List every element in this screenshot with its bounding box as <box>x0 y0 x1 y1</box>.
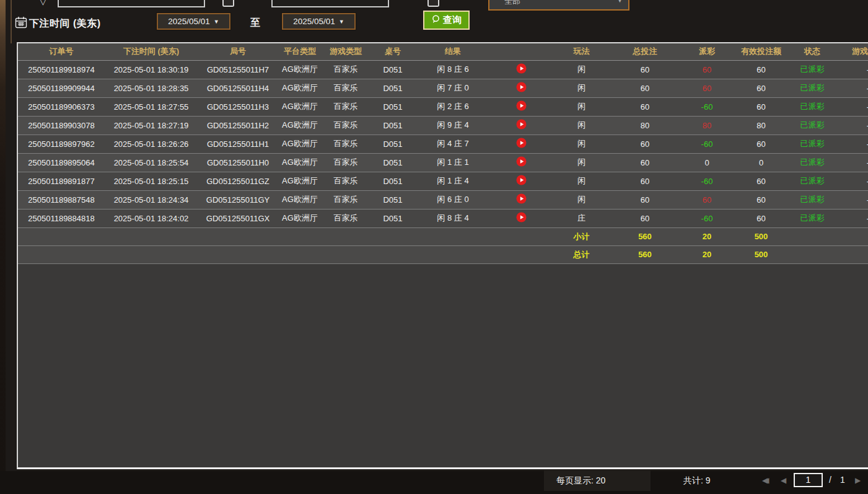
column-header-orderid: 订单号 <box>18 43 105 60</box>
empty-cell <box>198 227 278 245</box>
filter-bar: 下注时间 (美东) 2025/05/01 ▼ 至 2025/05/01 ▼ 查询 <box>0 9 868 33</box>
table-row: 2505011899099442025-05-01 18:28:35GD0512… <box>18 79 868 97</box>
cell-round_id: GD051255011GZ <box>198 172 278 190</box>
play-video-button[interactable] <box>490 190 552 209</box>
cell-order_id: 250501189895064 <box>18 153 105 172</box>
play-video-button[interactable] <box>490 60 552 79</box>
empty-cell <box>787 227 837 245</box>
cell-valid_bet: 60 <box>735 135 787 153</box>
cell-platform: AG欧洲厅 <box>278 153 322 172</box>
cell-result: 闲 4 庄 7 <box>416 135 490 153</box>
cell-result: 闲 8 庄 4 <box>416 209 490 227</box>
cell-round_id: GD051255011GY <box>198 190 278 209</box>
cell-valid_bet: 60 <box>735 97 787 116</box>
cell-result: 闲 6 庄 0 <box>416 190 490 209</box>
cell-order_id: 250501189903078 <box>18 116 105 135</box>
cell-order_id: 250501189887548 <box>18 190 105 209</box>
play-video-button[interactable] <box>490 79 552 97</box>
empty-cell <box>787 245 837 263</box>
cell-game_type: 百家乐 <box>322 79 370 97</box>
cell-total_bet: 60 <box>611 153 679 172</box>
play-video-button[interactable] <box>490 209 552 227</box>
search-icon <box>431 14 441 26</box>
table-row: 2505011898848182025-05-01 18:24:02GD0512… <box>18 209 868 227</box>
cell-bet_time: 2025-05-01 18:24:02 <box>105 209 198 227</box>
cell-payout: 60 <box>679 79 735 97</box>
empty-cell <box>278 227 322 245</box>
top-input-partial-2[interactable] <box>271 0 389 7</box>
cell-result: 闲 1 庄 4 <box>416 172 490 190</box>
cell-payout: -60 <box>679 135 735 153</box>
cell-result: 闲 7 庄 0 <box>416 79 490 97</box>
cell-order_id: 250501189884818 <box>18 209 105 227</box>
total-row-label: 总计 <box>552 245 611 263</box>
empty-cell <box>198 245 278 263</box>
cell-status: 已派彩 <box>787 116 837 135</box>
cell-bet_time: 2025-05-01 18:27:19 <box>105 116 198 135</box>
cell-play: 庄 <box>552 209 611 227</box>
calendar-icon-partial-1[interactable] <box>222 0 234 7</box>
calendar-icon <box>15 16 27 31</box>
filter-dropdown-value: 全部 <box>504 0 520 7</box>
cell-platform: AG欧洲厅 <box>278 97 322 116</box>
column-header-play <box>490 43 552 60</box>
previous-page-button[interactable]: ◀ <box>781 476 786 485</box>
total-count-label: 共计: 9 <box>683 475 711 487</box>
page-number-input[interactable]: 1 <box>794 473 823 487</box>
date-from-value: 2025/05/01 <box>168 17 210 26</box>
cell-status: 已派彩 <box>787 97 837 116</box>
cell-table_no: D051 <box>370 116 416 135</box>
cell-order_id: 250501189918974 <box>18 60 105 79</box>
cell-total_bet: 60 <box>611 60 679 79</box>
cell-play: 闲 <box>552 116 611 135</box>
cell-table_no: D051 <box>370 190 416 209</box>
cell-bet_time: 2025-05-01 18:30:19 <box>105 60 198 79</box>
next-page-button[interactable]: ▶ <box>855 476 861 485</box>
play-video-button[interactable] <box>490 97 552 116</box>
play-video-button[interactable] <box>490 116 552 135</box>
cell-payout: -60 <box>679 209 735 227</box>
column-header-result: 结果 <box>416 43 490 60</box>
chevron-down-icon: ▼ <box>214 19 219 25</box>
column-header-status: 状态 <box>787 43 837 60</box>
cell-play: 闲 <box>552 172 611 190</box>
cell-payout: 80 <box>679 116 735 135</box>
query-button[interactable]: 查询 <box>423 11 470 30</box>
cell-status: 已派彩 <box>787 135 837 153</box>
column-header-play: 玩法 <box>552 43 611 60</box>
play-video-button[interactable] <box>490 135 552 153</box>
cell-table_no: D051 <box>370 135 416 153</box>
empty-cell <box>322 245 370 263</box>
cell-round_id: GD051255011H4 <box>198 79 278 97</box>
first-page-button[interactable]: ◀◀ <box>762 476 777 485</box>
records-table: 订单号下注时间 (美东)局号平台类型游戏类型桌号结果玩法总投注派彩有效投注额状态… <box>18 43 868 264</box>
chevron-down-icon: ▽ <box>40 0 46 6</box>
table-row: 2505011899030782025-05-01 18:27:19GD0512… <box>18 116 868 135</box>
cell-total_bet: 60 <box>611 172 679 190</box>
cell-mode: - <box>837 60 868 79</box>
cell-platform: AG欧洲厅 <box>278 172 322 190</box>
cell-game_type: 百家乐 <box>322 116 370 135</box>
cell-table_no: D051 <box>370 79 416 97</box>
calendar-icon-partial-2[interactable] <box>427 0 439 7</box>
cell-platform: AG欧洲厅 <box>278 190 322 209</box>
cell-status: 已派彩 <box>787 79 837 97</box>
date-to-value: 2025/05/01 <box>293 17 335 26</box>
play-video-button[interactable] <box>490 153 552 172</box>
cell-game_type: 百家乐 <box>322 60 370 79</box>
table-row: 2505011899063732025-05-01 18:27:55GD0512… <box>18 97 868 116</box>
play-video-button[interactable] <box>490 172 552 190</box>
column-header-totalbet: 总投注 <box>611 43 679 60</box>
total-row: 总计56020500 <box>18 245 868 263</box>
date-from-select[interactable]: 2025/05/01 ▼ <box>157 13 230 30</box>
column-header-payout: 派彩 <box>679 43 735 60</box>
cell-status: 已派彩 <box>787 172 837 190</box>
cell-total_bet: 60 <box>611 97 679 116</box>
cell-order_id: 250501189906373 <box>18 97 105 116</box>
cell-valid_bet: 60 <box>735 172 787 190</box>
cell-bet_time: 2025-05-01 18:25:54 <box>105 153 198 172</box>
top-input-partial-1[interactable] <box>58 0 205 7</box>
empty-cell <box>837 227 868 245</box>
date-to-select[interactable]: 2025/05/01 ▼ <box>282 13 356 30</box>
cell-game_type: 百家乐 <box>322 172 370 190</box>
